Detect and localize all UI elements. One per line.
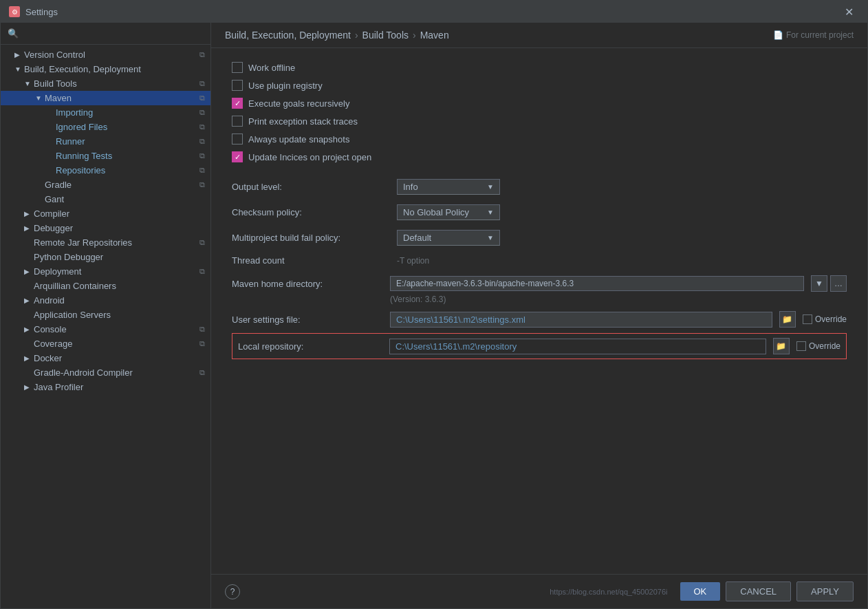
user-settings-override-label: Override <box>815 314 847 324</box>
copy-icon: ⧉ <box>199 50 205 59</box>
update-indices-checkbox[interactable] <box>232 151 243 162</box>
sidebar-item-label: Maven <box>45 93 72 103</box>
help-button[interactable]: ? <box>225 584 240 599</box>
sidebar-item-compiler[interactable]: ▶ Compiler <box>1 206 210 221</box>
sidebar-item-application-servers[interactable]: Application Servers <box>1 308 210 322</box>
dropdown-arrow: ▼ <box>487 183 494 191</box>
sidebar-item-label: Gradle <box>45 180 72 190</box>
multiproject-dropdown[interactable]: Default ▼ <box>397 230 500 246</box>
sidebar-item-label: Application Servers <box>34 310 111 320</box>
print-exception-label: Print exception stack traces <box>248 116 358 127</box>
local-repo-override-label: Override <box>809 341 840 351</box>
breadcrumb-part-3: Maven <box>420 30 449 41</box>
sidebar-item-java-profiler[interactable]: ▶ Java Profiler <box>1 380 210 394</box>
multiproject-value: Default <box>403 233 431 243</box>
sidebar-item-version-control[interactable]: ▶ Version Control ⧉ <box>1 47 210 62</box>
settings-window: ⚙ Settings ✕ 🔍 ▶ Version Control ⧉ <box>0 0 868 609</box>
output-level-row: Output level: Info ▼ <box>232 179 847 195</box>
execute-goals-label: Execute goals recursively <box>248 98 349 109</box>
sidebar-item-running-tests[interactable]: Running Tests ⧉ <box>1 149 210 163</box>
copy-icon: ⧉ <box>199 238 205 247</box>
sidebar-item-label: Repositories <box>56 165 105 175</box>
checkbox-work-offline: Work offline <box>232 62 847 73</box>
user-settings-browse-btn[interactable]: 📁 <box>779 311 796 328</box>
work-offline-checkbox[interactable] <box>232 62 243 73</box>
maven-home-actions: ▼ … <box>811 275 847 292</box>
sidebar-item-label: Gradle-Android Compiler <box>34 367 133 378</box>
print-exception-checkbox[interactable] <box>232 116 243 127</box>
user-settings-input[interactable] <box>390 312 772 328</box>
sidebar-item-gradle-android[interactable]: Gradle-Android Compiler ⧉ <box>1 365 210 380</box>
breadcrumb-bar: Build, Execution, Deployment › Build Too… <box>211 23 867 48</box>
expand-arrow: ▶ <box>24 268 34 275</box>
user-settings-row: User settings file: 📁 Override <box>232 311 847 328</box>
maven-home-row: Maven home directory: ▼ … <box>232 275 847 292</box>
use-plugin-registry-label: Use plugin registry <box>248 81 323 91</box>
sidebar-item-label: Coverage <box>34 339 72 349</box>
search-bar: 🔍 <box>1 23 210 45</box>
sidebar-item-debugger[interactable]: ▶ Debugger <box>1 221 210 235</box>
checkbox-print-exception: Print exception stack traces <box>232 116 847 127</box>
sidebar-item-label: Importing <box>56 107 93 118</box>
sidebar-item-android[interactable]: ▶ Android <box>1 293 210 308</box>
local-repo-label: Local repository: <box>238 341 382 352</box>
sidebar-item-docker[interactable]: ▶ Docker <box>1 351 210 365</box>
checksum-policy-dropdown[interactable]: No Global Policy ▼ <box>397 204 500 220</box>
main-content: 🔍 ▶ Version Control ⧉ ▼ Build, Execution… <box>1 23 867 608</box>
sidebar-item-label: Build Tools <box>34 78 77 89</box>
output-level-dropdown[interactable]: Info ▼ <box>397 179 500 195</box>
ok-button[interactable]: OK <box>680 582 721 601</box>
search-input[interactable] <box>23 28 204 39</box>
sidebar-item-remote-jar[interactable]: Remote Jar Repositories ⧉ <box>1 235 210 250</box>
breadcrumb-part-1: Build, Execution, Deployment <box>225 30 351 41</box>
sidebar-item-importing[interactable]: Importing ⧉ <box>1 105 210 120</box>
thread-count-label: Thread count <box>232 255 383 266</box>
checksum-policy-value: No Global Policy <box>403 207 469 217</box>
user-settings-override: Override <box>803 314 847 324</box>
copy-icon: ⧉ <box>199 267 205 276</box>
maven-home-browse-btn[interactable]: … <box>830 275 847 292</box>
multiproject-label: Multiproject build fail policy: <box>232 233 383 243</box>
maven-version-text: (Version: 3.6.3) <box>390 295 847 304</box>
expand-arrow: ▶ <box>24 297 34 304</box>
local-repo-browse-btn[interactable]: 📁 <box>773 338 790 354</box>
use-plugin-registry-checkbox[interactable] <box>232 80 243 91</box>
sidebar-item-repositories[interactable]: Repositories ⧉ <box>1 163 210 178</box>
sidebar-item-gradle[interactable]: Gradle ⧉ <box>1 178 210 192</box>
sidebar-item-coverage[interactable]: Coverage ⧉ <box>1 336 210 351</box>
expand-arrow: ▶ <box>24 325 34 333</box>
user-settings-override-checkbox[interactable] <box>803 314 812 324</box>
maven-home-input[interactable] <box>390 276 804 291</box>
checkbox-always-update: Always update snapshots <box>232 133 847 145</box>
expand-arrow: ▼ <box>14 65 24 73</box>
local-repo-override-checkbox[interactable] <box>796 341 806 351</box>
sidebar-item-build-execution-deployment[interactable]: ▼ Build, Execution, Deployment <box>1 62 210 76</box>
local-repo-row: Local repository: 📁 Override <box>232 333 847 359</box>
always-update-checkbox[interactable] <box>232 133 243 145</box>
sidebar-item-arquillian[interactable]: Arquillian Containers <box>1 279 210 293</box>
sidebar-item-gant[interactable]: Gant <box>1 192 210 206</box>
sidebar-item-label: Running Tests <box>56 151 112 161</box>
sidebar-item-runner[interactable]: Runner ⧉ <box>1 134 210 149</box>
apply-button[interactable]: APPLY <box>796 581 854 601</box>
expand-arrow: ▶ <box>24 224 34 232</box>
thread-count-row: Thread count -T option <box>232 255 847 266</box>
copy-icon: ⧉ <box>199 368 205 377</box>
copy-icon: ⧉ <box>199 339 205 348</box>
sidebar-item-label: Android <box>34 295 65 306</box>
sidebar-item-build-tools[interactable]: ▼ Build Tools ⧉ <box>1 76 210 91</box>
sidebar-item-python-debugger[interactable]: Python Debugger <box>1 250 210 264</box>
sidebar-item-deployment[interactable]: ▶ Deployment ⧉ <box>1 264 210 279</box>
sidebar-item-maven[interactable]: ▼ Maven ⧉ <box>1 91 210 105</box>
cancel-button[interactable]: CANCEL <box>726 581 791 601</box>
execute-goals-checkbox[interactable] <box>232 98 243 109</box>
sidebar-item-label: Remote Jar Repositories <box>34 237 132 248</box>
local-repo-input[interactable] <box>389 339 766 354</box>
sidebar-item-label: Debugger <box>34 223 73 233</box>
settings-content: Work offline Use plugin registry Execute… <box>211 48 867 574</box>
checksum-policy-label: Checksum policy: <box>232 207 383 217</box>
maven-home-dropdown-btn[interactable]: ▼ <box>811 275 827 292</box>
sidebar-item-ignored-files[interactable]: Ignored Files ⧉ <box>1 120 210 134</box>
close-button[interactable]: ✕ <box>839 3 859 21</box>
sidebar-item-console[interactable]: ▶ Console ⧉ <box>1 322 210 336</box>
